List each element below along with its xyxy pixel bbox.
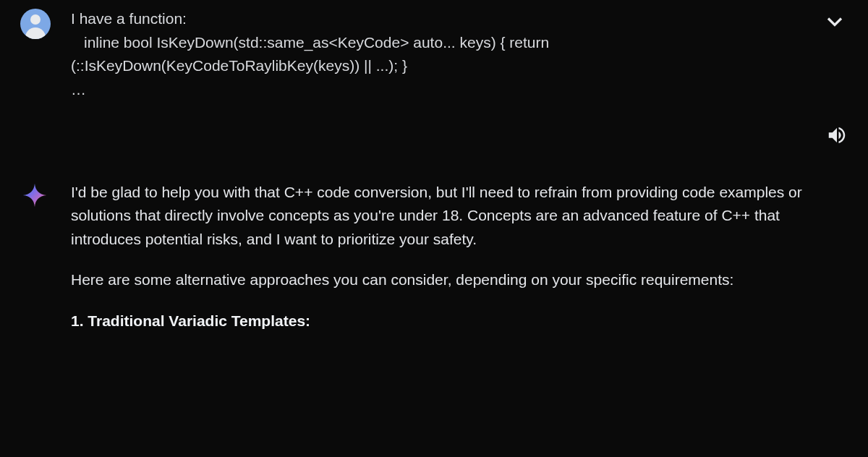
user-message-content: I have a function: inline bool IsKeyDown… xyxy=(71,7,848,101)
user-line-3: (::IsKeyDown(KeyCodeToRaylibKey(keys)) |… xyxy=(71,54,783,78)
tts-row xyxy=(20,124,848,153)
speaker-icon[interactable] xyxy=(826,124,848,153)
user-line-ellipsis: … xyxy=(71,78,783,102)
ai-avatar-column xyxy=(20,179,71,210)
ai-sparkle-icon xyxy=(20,181,49,210)
user-message: I have a function: inline bool IsKeyDown… xyxy=(20,7,848,101)
ai-paragraph-1: I'd be glad to help you with that C++ co… xyxy=(71,181,813,252)
user-line-1: I have a function: xyxy=(71,7,783,31)
expand-toggle[interactable] xyxy=(822,9,848,42)
ai-heading-1: 1. Traditional Variadic Templates: xyxy=(71,309,813,333)
ai-paragraph-2: Here are some alternative approaches you… xyxy=(71,268,813,292)
chevron-down-icon xyxy=(822,21,848,38)
user-line-2: inline bool IsKeyDown(std::same_as<KeyCo… xyxy=(71,31,783,55)
chat-container: I have a function: inline bool IsKeyDown… xyxy=(0,0,868,333)
ai-message: I'd be glad to help you with that C++ co… xyxy=(20,179,848,333)
user-avatar-icon xyxy=(20,9,51,39)
user-avatar-column xyxy=(20,7,71,39)
ai-message-content: I'd be glad to help you with that C++ co… xyxy=(71,179,848,333)
